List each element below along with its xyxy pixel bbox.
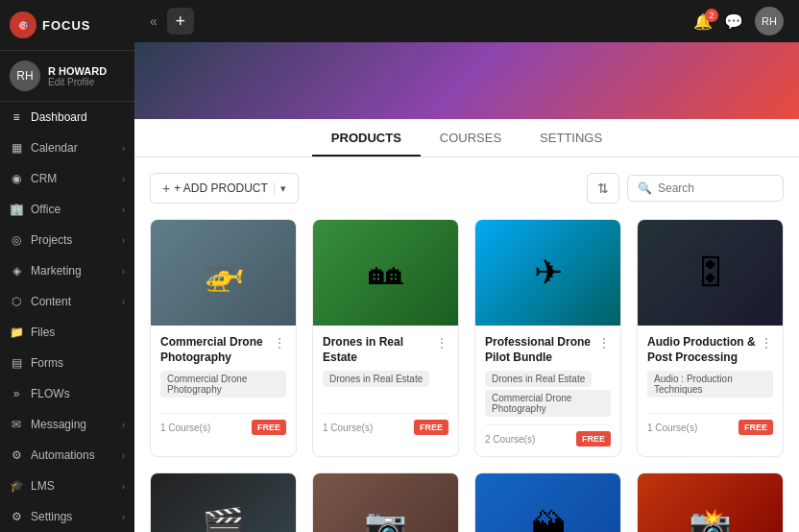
card-footer: 1 Course(s) FREE xyxy=(647,413,773,435)
product-card[interactable]: 🎛 Audio Production & Post Processing ⋮ A… xyxy=(637,219,784,457)
search-input[interactable] xyxy=(658,181,773,195)
messaging-icon: ✉ xyxy=(10,418,23,431)
card-tag: Audio : Production Techniques xyxy=(647,371,773,398)
flows-label: FLOWs xyxy=(31,387,70,400)
product-card[interactable]: 📸 Photography: Beginner Series ⋮ Photogr… xyxy=(637,472,784,532)
marketing-label: Marketing xyxy=(31,264,82,278)
product-card[interactable]: ✈ Professional Drone Pilot Bundle ⋮ Dron… xyxy=(474,219,621,457)
files-icon: 📁 xyxy=(10,326,23,339)
card-courses-count: 2 Course(s) xyxy=(485,434,535,445)
card-tag: Drones in Real Estate xyxy=(485,371,592,387)
product-card[interactable]: 🏘 Drones in Real Estate ⋮ Drones in Real… xyxy=(312,219,459,457)
sidebar: 🎯 FOCUS RH R HOWARD Edit Profile ≡Dashbo… xyxy=(0,0,134,532)
calendar-label: Calendar xyxy=(31,141,78,155)
card-tags: Audio : Production Techniques xyxy=(647,371,773,405)
automations-label: Automations xyxy=(31,448,95,462)
card-menu-button[interactable]: ⋮ xyxy=(756,335,773,351)
chat-button[interactable]: 💬 xyxy=(724,12,743,31)
chevron-icon: › xyxy=(122,512,125,522)
card-header: Commercial Drone Photography ⋮ xyxy=(160,335,286,365)
sidebar-item-forms[interactable]: ▤Forms xyxy=(0,348,134,378)
card-footer: 1 Course(s) FREE xyxy=(160,413,286,435)
card-tag: Commercial Drone Photography xyxy=(160,371,286,398)
hero-banner xyxy=(134,42,799,119)
card-courses-count: 1 Course(s) xyxy=(647,423,697,433)
card-title: Audio Production & Post Processing xyxy=(647,335,756,365)
card-header: Audio Production & Post Processing ⋮ xyxy=(647,335,773,365)
tab-courses[interactable]: COURSES xyxy=(421,121,521,157)
collapse-button[interactable]: « xyxy=(150,13,157,29)
tab-products[interactable]: PRODUCTS xyxy=(312,121,421,157)
product-card[interactable]: 📷 The Practicing Photographer ⋮ Photogra… xyxy=(312,472,459,532)
card-title: Drones in Real Estate xyxy=(323,335,431,365)
messaging-label: Messaging xyxy=(31,418,86,431)
calendar-icon: ▦ xyxy=(10,141,23,155)
sidebar-item-calendar[interactable]: ▦Calendar › xyxy=(0,133,134,163)
card-courses-count: 1 Course(s) xyxy=(323,423,373,433)
sidebar-item-lms[interactable]: 🎓LMS › xyxy=(0,471,134,501)
card-body: Commercial Drone Photography ⋮ Commercia… xyxy=(151,326,296,445)
add-product-button[interactable]: + + ADD PRODUCT ▾ xyxy=(150,173,299,204)
sidebar-item-office[interactable]: 🏢Office › xyxy=(0,194,134,225)
card-menu-button[interactable]: ⋮ xyxy=(269,335,286,351)
card-footer: 2 Course(s) FREE xyxy=(485,424,611,447)
free-badge: FREE xyxy=(576,431,611,447)
product-card[interactable]: 🚁 Commercial Drone Photography ⋮ Commerc… xyxy=(150,219,297,457)
topbar: « + 🔔 2 💬 RH xyxy=(134,0,799,42)
settings-icon: ⚙ xyxy=(10,510,23,523)
sidebar-item-content[interactable]: ⬡Content › xyxy=(0,286,134,317)
sidebar-item-projects[interactable]: ◎Projects › xyxy=(0,225,134,255)
user-avatar-button[interactable]: RH xyxy=(755,7,784,36)
avatar: RH xyxy=(10,60,40,91)
chevron-icon: › xyxy=(122,174,125,184)
sidebar-profile[interactable]: RH R HOWARD Edit Profile xyxy=(0,51,134,102)
card-image: 🚁 xyxy=(151,220,296,326)
chevron-icon: › xyxy=(122,266,125,277)
flows-icon: » xyxy=(10,387,23,400)
forms-icon: ▤ xyxy=(10,356,23,370)
card-body: Drones in Real Estate ⋮ Drones in Real E… xyxy=(313,326,458,445)
product-card[interactable]: 🏔 Landscape Photography: Basics ⋮ Landsc… xyxy=(474,472,621,532)
free-badge: FREE xyxy=(414,420,448,435)
card-tags: Commercial Drone Photography xyxy=(160,371,286,405)
add-button[interactable]: + xyxy=(167,8,194,35)
logo-text: FOCUS xyxy=(42,18,91,33)
sidebar-item-files[interactable]: 📁Files xyxy=(0,317,134,348)
plus-icon: + xyxy=(162,181,170,196)
chevron-icon: › xyxy=(122,235,125,246)
sidebar-item-dashboard[interactable]: ≡Dashboard xyxy=(0,102,134,133)
sidebar-logo: 🎯 FOCUS xyxy=(0,0,134,51)
card-footer: 1 Course(s) FREE xyxy=(323,413,448,435)
toolbar-right: ⇅ 🔍 xyxy=(587,173,784,204)
chevron-icon: › xyxy=(122,143,125,154)
card-image: 🎛 xyxy=(638,220,783,326)
card-header: Professional Drone Pilot Bundle ⋮ xyxy=(485,335,611,365)
card-title: Commercial Drone Photography xyxy=(160,335,269,365)
card-courses-count: 1 Course(s) xyxy=(160,423,210,433)
settings-label: Settings xyxy=(31,510,72,523)
add-product-label: + ADD PRODUCT xyxy=(174,181,268,195)
edit-profile-link[interactable]: Edit Profile xyxy=(48,77,107,87)
sidebar-item-crm[interactable]: ◉CRM › xyxy=(0,163,134,194)
products-toolbar: + + ADD PRODUCT ▾ ⇅ 🔍 xyxy=(150,173,784,204)
sidebar-item-marketing[interactable]: ◈Marketing › xyxy=(0,255,134,286)
chevron-icon: › xyxy=(122,205,125,215)
projects-label: Projects xyxy=(31,233,72,247)
content-icon: ⬡ xyxy=(10,295,23,308)
sort-button[interactable]: ⇅ xyxy=(587,173,619,204)
chevron-icon: › xyxy=(122,297,125,307)
card-menu-button[interactable]: ⋮ xyxy=(431,335,448,351)
sidebar-item-automations[interactable]: ⚙Automations › xyxy=(0,440,134,471)
sidebar-item-flows[interactable]: »FLOWs xyxy=(0,378,134,409)
automations-icon: ⚙ xyxy=(10,448,23,462)
product-card[interactable]: 🎬 Cinematography Bundle ⋮ Cinematography… xyxy=(150,472,297,532)
notifications-button[interactable]: 🔔 2 xyxy=(693,12,713,31)
card-image: 🏔 xyxy=(475,473,620,532)
chevron-icon: › xyxy=(122,481,125,492)
sidebar-item-settings[interactable]: ⚙Settings › xyxy=(0,501,134,532)
sidebar-item-messaging[interactable]: ✉Messaging › xyxy=(0,409,134,440)
profile-name: R HOWARD xyxy=(48,65,107,77)
tab-settings[interactable]: SETTINGS xyxy=(521,121,621,157)
card-menu-button[interactable]: ⋮ xyxy=(593,335,611,351)
free-badge: FREE xyxy=(738,420,773,435)
